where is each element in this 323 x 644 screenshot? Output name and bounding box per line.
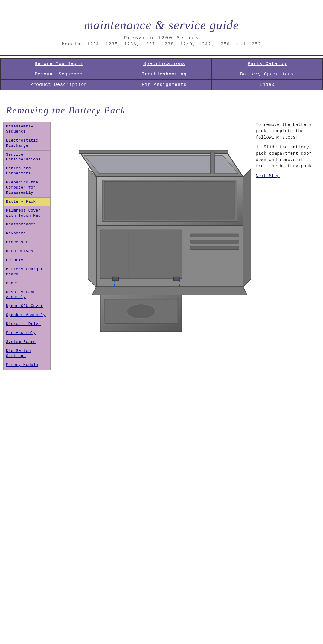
nav-link[interactable]: Battery Operations <box>240 72 294 77</box>
sidebar-link[interactable]: Display Panel Assembly <box>6 290 48 300</box>
svg-rect-10 <box>190 234 239 237</box>
sidebar-item[interactable]: CD Drive <box>4 256 50 265</box>
nav-link[interactable]: Specifications <box>143 61 185 66</box>
nav-link[interactable]: Troubleshooting <box>142 72 187 77</box>
svg-point-15 <box>127 304 156 319</box>
svg-marker-24 <box>92 287 247 295</box>
sidebar-link[interactable]: Heatspreader <box>6 222 48 227</box>
sidebar-item[interactable]: Memory Module <box>4 361 50 370</box>
sidebar-item[interactable]: Fan Assembly <box>4 329 50 338</box>
sidebar-item[interactable]: Service Considerations <box>4 151 50 165</box>
step1-text: 1. Slide the battery pack compartment do… <box>256 144 316 169</box>
nav-link[interactable]: Parts Catalog <box>248 61 287 66</box>
sidebar-item[interactable]: Battery Pack <box>4 198 50 206</box>
nav-cell: Index <box>211 80 323 90</box>
sidebar-item[interactable]: Upper CPU Cover <box>4 302 50 311</box>
sidebar-item[interactable]: Cables and Connectors <box>4 164 50 178</box>
svg-marker-1 <box>84 155 238 173</box>
sidebar-link[interactable]: Hard Drives <box>6 249 48 254</box>
sidebar-link[interactable]: Battery Pack <box>6 199 48 204</box>
instructions-panel: To remove the battery pack, complete the… <box>256 122 316 370</box>
sidebar-link[interactable]: Processor <box>6 240 48 245</box>
nav-link[interactable]: Before You Begin <box>35 61 83 66</box>
nav-cell: Removal Sequence <box>0 69 117 80</box>
sidebar-item[interactable]: Hard Drives <box>4 247 50 256</box>
sidebar-item[interactable]: Dip Switch Settings <box>4 347 50 361</box>
svg-rect-12 <box>190 246 239 249</box>
sidebar-link[interactable]: Keyboard <box>6 231 48 236</box>
nav-cell: Product Description <box>0 80 117 90</box>
sidebar-item[interactable]: Preparing the Computer for Disassembly <box>4 178 50 198</box>
site-title: maintenance & service guide <box>6 18 317 32</box>
svg-marker-22 <box>243 168 251 287</box>
sidebar-item[interactable]: Disassembly Sequence <box>4 122 50 136</box>
nav-cell: Parts Catalog <box>211 58 323 69</box>
sidebar-item[interactable]: Palmrest Cover with Touch Pad <box>4 206 50 221</box>
sidebar-link[interactable]: Memory Module <box>6 363 48 368</box>
sidebar-link[interactable]: Dip Switch Settings <box>6 349 48 359</box>
sidebar-item[interactable]: Keyboard <box>4 229 50 238</box>
svg-marker-6 <box>104 182 235 220</box>
nav-divider <box>0 93 323 93</box>
content-area: Disassembly SequenceElectrostatic Discha… <box>0 122 323 370</box>
page-header: maintenance & service guide Presario 120… <box>0 0 323 53</box>
sidebar-item[interactable]: Display Panel Assembly <box>4 288 50 302</box>
product-subtitle: Presario 1200 Series <box>6 35 317 41</box>
sidebar-item[interactable]: Battery Charger Board <box>4 265 50 279</box>
sidebar-item[interactable]: Modem <box>4 279 50 288</box>
nav-link[interactable]: Index <box>260 82 275 87</box>
sidebar-link[interactable]: Fan Assembly <box>6 331 48 336</box>
sidebar: Disassembly SequenceElectrostatic Discha… <box>3 122 51 370</box>
sidebar-link[interactable]: Upper CPU Cover <box>6 304 48 309</box>
sidebar-link[interactable]: Modem <box>6 281 48 286</box>
svg-rect-19 <box>174 277 180 281</box>
sidebar-link[interactable]: CD Drive <box>6 258 48 263</box>
nav-table: Before You BeginSpecificationsParts Cata… <box>0 58 323 90</box>
sidebar-link[interactable]: Electrostatic Discharge <box>6 138 48 148</box>
sidebar-link[interactable]: Service Considerations <box>6 152 48 162</box>
sidebar-link[interactable]: Diskette Drive <box>6 322 48 327</box>
sidebar-link[interactable]: Palmrest Cover with Touch Pad <box>6 208 48 218</box>
sidebar-item[interactable]: Diskette Drive <box>4 320 50 329</box>
sidebar-link[interactable]: Disassembly Sequence <box>6 124 48 134</box>
nav-cell: Battery Operations <box>211 69 323 80</box>
intro-text: To remove the battery pack, complete the… <box>256 122 316 141</box>
nav-link[interactable]: Pin Assignments <box>142 82 187 87</box>
sidebar-item[interactable]: Heatspreader <box>4 220 50 229</box>
sidebar-item[interactable]: Electrostatic Discharge <box>4 136 50 151</box>
svg-rect-2 <box>79 150 228 154</box>
svg-marker-23 <box>88 168 96 287</box>
battery-pack-illustration <box>55 122 251 370</box>
next-step-link[interactable]: Next Step <box>256 174 280 178</box>
image-area <box>55 122 251 370</box>
svg-rect-18 <box>112 277 118 281</box>
sidebar-link[interactable]: System Board <box>6 340 48 345</box>
sidebar-link[interactable]: Preparing the Computer for Disassembly <box>6 180 48 195</box>
page-title: Removing the Battery Pack <box>0 96 323 122</box>
svg-rect-3 <box>211 151 215 174</box>
nav-cell: Pin Assignments <box>117 80 212 90</box>
nav-cell: Specifications <box>117 58 212 69</box>
sidebar-item[interactable]: Processor <box>4 238 50 247</box>
nav-cell: Troubleshooting <box>117 69 212 80</box>
sidebar-item[interactable]: System Board <box>4 338 50 347</box>
svg-rect-11 <box>190 240 239 243</box>
nav-link[interactable]: Removal Sequence <box>35 72 83 77</box>
nav-cell: Before You Begin <box>0 58 117 69</box>
models-list: Models: 1234, 1235, 1236, 1237, 1238, 12… <box>6 42 317 47</box>
main-content: To remove the battery pack, complete the… <box>51 122 320 370</box>
sidebar-item[interactable]: Speaker Assembly <box>4 311 50 320</box>
sidebar-link[interactable]: Speaker Assembly <box>6 313 48 318</box>
sidebar-link[interactable]: Cables and Connectors <box>6 166 48 176</box>
nav-link[interactable]: Product Description <box>30 82 87 87</box>
header-divider <box>0 55 323 56</box>
svg-rect-8 <box>100 230 182 279</box>
sidebar-link[interactable]: Battery Charger Board <box>6 267 48 277</box>
